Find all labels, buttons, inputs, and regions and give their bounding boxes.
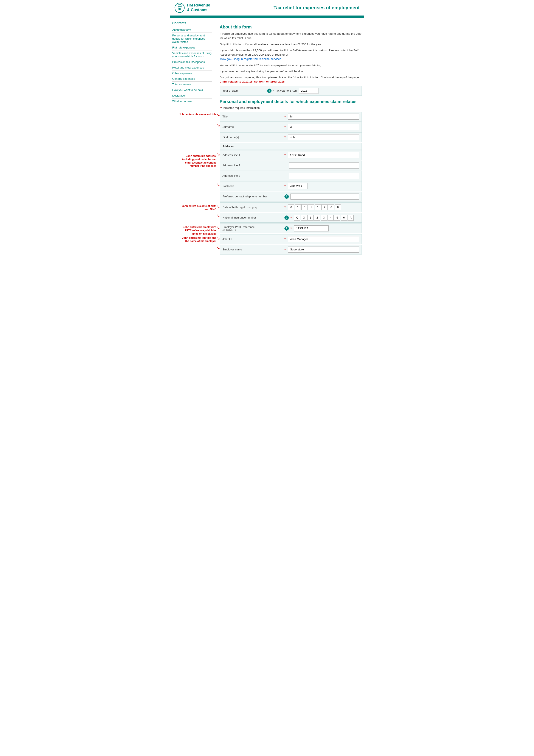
sidebar-contents-title: Contents	[172, 21, 212, 26]
personal-section: Personal and employment details for whic…	[220, 99, 362, 255]
address-line3-row: Address line 3	[220, 171, 362, 181]
dob-y2-input[interactable]	[321, 204, 327, 210]
nino-b1-input[interactable]	[294, 215, 300, 221]
surname-row: Surname *	[220, 122, 362, 132]
nino-b6-input[interactable]	[327, 215, 334, 221]
dob-d2-input[interactable]	[295, 204, 301, 210]
nino-required-star: *	[291, 216, 292, 219]
sidebar-item-payment[interactable]: How you want to be paid	[172, 87, 212, 93]
address-line1-row: Address line 1 *	[220, 150, 362, 160]
hmrc-crest-icon	[174, 3, 185, 13]
about-para2: Only fill in this form if your allowable…	[220, 42, 362, 46]
dob-y1-input[interactable]	[315, 204, 321, 210]
about-para6: For guidance on completing this form ple…	[220, 75, 362, 84]
employer-arrow-icon	[216, 245, 220, 250]
surname-arrow-icon	[216, 123, 220, 127]
personal-heading: Personal and employment details for whic…	[220, 99, 362, 104]
first-name-input[interactable]	[288, 134, 359, 140]
sidebar-item-vehicles[interactable]: Vehicles and expenses of using your own …	[172, 50, 212, 59]
sidebar-item-about[interactable]: About this form	[172, 27, 212, 33]
phone-input[interactable]	[291, 194, 359, 200]
title-input[interactable]	[288, 114, 359, 120]
phone-label: Preferred contact telephone number	[222, 195, 283, 198]
address-annotation: John enters his address, including post …	[179, 154, 216, 168]
dob-arrow-icon	[216, 204, 220, 209]
surname-annotated-row: Surname *	[220, 122, 362, 132]
surname-label: Surname	[222, 125, 283, 128]
sidebar: Contents About this form Personal and em…	[172, 21, 215, 255]
dob-nino-group: John enters his date of birth and NINO D…	[220, 202, 362, 223]
dob-y4-input[interactable]	[335, 204, 341, 210]
sidebar-item-what-to-do[interactable]: What to do now	[172, 98, 212, 104]
sidebar-item-personal[interactable]: Personal and employment details for whic…	[172, 33, 212, 45]
surname-input[interactable]	[288, 124, 359, 130]
job-title-row: Job title *	[220, 234, 362, 244]
year-help-icon[interactable]: ?	[267, 89, 271, 93]
tax-year-input[interactable]	[299, 88, 318, 94]
nino-label: National Insurance number	[222, 216, 283, 219]
employer-name-input[interactable]	[288, 247, 359, 253]
nino-b7-input[interactable]	[334, 215, 340, 221]
logo-area: HM Revenue & Customs	[174, 3, 210, 13]
about-heading: About this form	[220, 25, 362, 30]
year-of-claim-row: Year of claim ? * Tax year to 5 April	[220, 86, 362, 96]
address1-arrow-icon	[216, 152, 220, 157]
hmrc-link[interactable]: www.gov.uk/log-in-register-hmrc-online-s…	[220, 57, 281, 61]
year-of-claim-label: Year of claim	[222, 89, 266, 92]
paye-annotation: John enters his employer's PAYE referenc…	[179, 226, 216, 236]
nino-b3-input[interactable]	[308, 215, 314, 221]
first-name-row: First name(s) *	[220, 132, 362, 142]
postcode-input[interactable]	[288, 183, 308, 189]
dob-y3-input[interactable]	[328, 204, 334, 210]
title-row: Title *	[220, 112, 362, 122]
address-line3-input[interactable]	[289, 173, 359, 179]
paye-arrow-icon	[216, 225, 220, 230]
sidebar-item-hotel[interactable]: Hotel and meal expenses	[172, 65, 212, 70]
nino-b9-input[interactable]	[347, 215, 354, 221]
dob-m2-input[interactable]	[308, 204, 314, 210]
dob-row: Date of birth eg dd mm yyyy *	[220, 202, 362, 212]
name-title-arrow-icon	[216, 113, 220, 117]
sidebar-item-other[interactable]: Other expenses	[172, 70, 212, 76]
about-section: About this form If you're an employee us…	[220, 25, 362, 96]
about-para1: If you're an employee use this form to t…	[220, 32, 362, 40]
phone-help-icon[interactable]: ?	[285, 194, 289, 199]
paye-row: Employer PAYE reference eg 123/A246 ? *	[220, 224, 362, 233]
logo-text: HM Revenue & Customs	[187, 3, 210, 12]
nino-row: National Insurance number ? *	[220, 213, 362, 223]
postcode-row: Postcode *	[220, 181, 362, 191]
sidebar-item-flat-rate[interactable]: Flat rate expenses	[172, 45, 212, 50]
sidebar-item-general[interactable]: General expenses	[172, 76, 212, 82]
nino-b4-input[interactable]	[314, 215, 320, 221]
nino-b2-input[interactable]	[301, 215, 307, 221]
job-arrow-icon	[216, 236, 220, 241]
employer-required-star: *	[285, 248, 286, 251]
employer-name-row: Employer name *	[220, 245, 362, 255]
nino-help-icon[interactable]: ?	[285, 216, 289, 220]
nino-b5-input[interactable]	[321, 215, 327, 221]
address1-required-star: *	[285, 153, 286, 157]
about-para5: If you have not paid any tax during the …	[220, 69, 362, 73]
dob-m1-input[interactable]	[301, 204, 308, 210]
sidebar-item-declaration[interactable]: Declaration	[172, 93, 212, 98]
address-line1-input[interactable]	[288, 152, 359, 158]
address-line2-row: Address line 2	[220, 161, 362, 171]
about-para4: You must fill in a separate P87 for each…	[220, 63, 362, 68]
phone-row: Preferred contact telephone number ?	[220, 192, 362, 202]
sidebar-item-total[interactable]: Total expenses	[172, 82, 212, 87]
required-note: * * indicates required information	[220, 106, 362, 109]
nino-input-boxes	[294, 215, 354, 221]
sidebar-item-professional[interactable]: Professional subscriptions	[172, 59, 212, 65]
title-required-star: *	[285, 115, 286, 118]
dob-d1-input[interactable]	[288, 204, 294, 210]
paye-input[interactable]	[294, 226, 329, 231]
nino-b8-input[interactable]	[341, 215, 347, 221]
paye-help-icon[interactable]: ?	[285, 226, 289, 230]
dob-input-boxes	[288, 204, 341, 210]
job-title-input[interactable]	[288, 236, 359, 242]
address-line2-input[interactable]	[289, 162, 359, 169]
job-title-label: Job title	[222, 237, 283, 241]
title-annotated-row: John enters his name and title Title *	[220, 112, 362, 122]
address-line2-label: Address line 2	[222, 164, 283, 167]
address-line1-label: Address line 1	[222, 153, 283, 157]
